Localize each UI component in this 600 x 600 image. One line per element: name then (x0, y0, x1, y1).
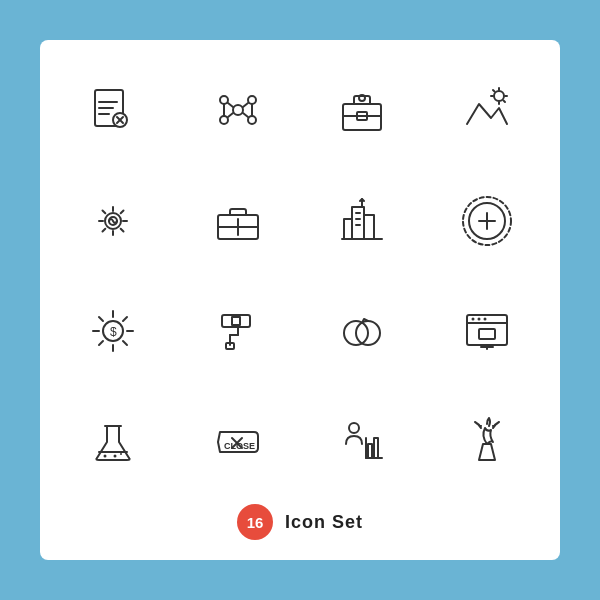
browser-edit-icon (434, 285, 541, 378)
landscape-icon (434, 64, 541, 157)
svg-point-11 (248, 116, 256, 124)
city-icon (309, 175, 416, 268)
svg-line-53 (99, 317, 103, 321)
svg-line-56 (99, 341, 103, 345)
gear-puzzle-icon (60, 175, 167, 268)
svg-line-27 (493, 90, 495, 92)
svg-point-81 (349, 423, 359, 433)
svg-line-28 (503, 101, 505, 103)
svg-point-69 (483, 318, 486, 321)
svg-point-8 (220, 96, 228, 104)
svg-point-22 (494, 91, 504, 101)
icon-count-badge: 16 (237, 504, 273, 540)
svg-rect-84 (368, 444, 372, 458)
footer-label: Icon Set (285, 512, 363, 533)
torch-icon (434, 396, 541, 489)
svg-point-67 (471, 318, 474, 321)
svg-rect-58 (232, 317, 240, 325)
svg-rect-85 (374, 438, 378, 458)
svg-point-76 (114, 454, 117, 457)
svg-rect-36 (364, 215, 374, 239)
svg-point-68 (477, 318, 480, 321)
svg-text:CLOSE: CLOSE (224, 441, 255, 451)
svg-line-14 (228, 113, 233, 117)
svg-point-10 (220, 116, 228, 124)
medicine-kit-icon (185, 175, 292, 268)
svg-line-54 (123, 341, 127, 345)
svg-text:$: $ (110, 325, 117, 339)
svg-line-15 (243, 113, 248, 117)
footer: 16 Icon Set (237, 504, 363, 540)
add-circle-icon (434, 175, 541, 268)
svg-point-75 (104, 454, 107, 457)
toolbox-icon (309, 64, 416, 157)
icon-set-card: $ (40, 40, 560, 560)
svg-line-55 (123, 317, 127, 321)
close-tag-icon: CLOSE (185, 396, 292, 489)
document-error-icon (60, 64, 167, 157)
svg-rect-70 (479, 329, 495, 339)
rings-icon (309, 285, 416, 378)
molecule-icon (185, 64, 292, 157)
svg-rect-35 (352, 207, 364, 239)
svg-line-13 (243, 103, 248, 107)
flask-icon (60, 396, 167, 489)
paint-roller-icon (185, 285, 292, 378)
chart-person-icon (309, 396, 416, 489)
svg-point-21 (359, 95, 365, 101)
dollar-burst-icon: $ (60, 285, 167, 378)
icon-grid: $ (60, 64, 540, 488)
svg-point-7 (233, 105, 243, 115)
svg-point-9 (248, 96, 256, 104)
svg-line-12 (228, 103, 233, 107)
svg-rect-37 (344, 219, 352, 239)
svg-point-77 (120, 453, 122, 455)
